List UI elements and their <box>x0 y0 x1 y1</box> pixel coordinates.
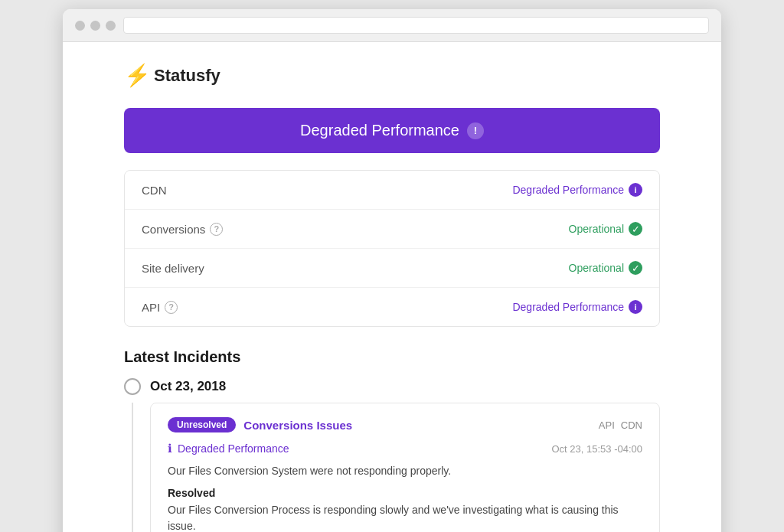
timeline-line <box>124 403 141 532</box>
timeline-area: Unresolved Conversions Issues API CDN ℹ … <box>124 403 660 532</box>
service-status-conversions: Operational ✓ <box>569 222 642 236</box>
incident-meta-left: ℹ Degraded Performance <box>168 442 289 455</box>
service-name-conversions: Conversions ? <box>142 223 223 236</box>
unresolved-badge: Unresolved <box>168 417 236 432</box>
incident-header: Unresolved Conversions Issues API CDN <box>168 417 642 432</box>
traffic-light-minimize <box>90 21 100 31</box>
traffic-lights <box>75 21 116 31</box>
browser-chrome <box>63 9 721 42</box>
incident-resolved-text: Our Files Conversion Process is respondi… <box>168 502 642 532</box>
degraded-icon-cdn: i <box>629 183 642 197</box>
incident-title[interactable]: Conversions Issues <box>243 419 352 432</box>
logo-text: Statusfy <box>154 66 220 86</box>
logo-area: ⚡ Statusfy <box>124 65 660 86</box>
service-status-site-delivery: Operational ✓ <box>569 261 642 275</box>
service-row: Conversions ? Operational ✓ <box>125 210 659 249</box>
service-name-cdn: CDN <box>142 184 167 197</box>
service-row: Site delivery Operational ✓ <box>125 249 659 288</box>
logo-icon: ⚡ <box>124 65 151 86</box>
operational-icon-conversions: ✓ <box>629 222 642 236</box>
banner-info-icon: ! <box>467 122 484 139</box>
services-card: CDN Degraded Performance i Conversions ?… <box>124 170 660 327</box>
help-icon-api: ? <box>165 301 178 314</box>
incident-tags: API CDN <box>599 419 642 431</box>
status-banner-text: Degraded Performance <box>300 122 459 139</box>
incident-tag-cdn: CDN <box>621 419 642 431</box>
incident-resolved-label: Resolved <box>168 487 642 499</box>
date-circle <box>124 378 141 395</box>
incident-tag-api: API <box>599 419 615 431</box>
incident-body: Our Files Conversion System were not res… <box>168 463 642 479</box>
incident-timestamp: Oct 23, 15:53 -04:00 <box>551 443 642 455</box>
traffic-light-maximize <box>106 21 116 31</box>
operational-icon-site-delivery: ✓ <box>629 261 642 275</box>
browser-window: ⚡ Statusfy Degraded Performance ! CDN De… <box>63 9 721 532</box>
timeline-line-inner <box>132 403 133 532</box>
incident-status-icon: ℹ <box>168 442 172 455</box>
service-status-api: Degraded Performance i <box>512 300 642 314</box>
incidents-section: Latest Incidents Oct 23, 2018 Unresolved… <box>124 348 660 532</box>
degraded-icon-api: i <box>629 300 642 314</box>
service-status-cdn: Degraded Performance i <box>512 183 642 197</box>
incidents-title: Latest Incidents <box>124 348 660 366</box>
service-row: API ? Degraded Performance i <box>125 288 659 326</box>
service-name-site-delivery: Site delivery <box>142 262 204 275</box>
date-label: Oct 23, 2018 <box>150 379 226 394</box>
service-name-api: API ? <box>142 301 178 314</box>
incident-status-text: Degraded Performance <box>178 442 289 455</box>
traffic-light-close <box>75 21 85 31</box>
incident-meta-row: ℹ Degraded Performance Oct 23, 15:53 -04… <box>168 442 642 455</box>
service-row: CDN Degraded Performance i <box>125 171 659 210</box>
help-icon-conversions: ? <box>210 223 223 236</box>
date-row: Oct 23, 2018 <box>124 378 660 395</box>
incident-card: Unresolved Conversions Issues API CDN ℹ … <box>150 403 660 532</box>
incident-header-left: Unresolved Conversions Issues <box>168 417 352 432</box>
page-content: ⚡ Statusfy Degraded Performance ! CDN De… <box>63 42 721 532</box>
address-bar[interactable] <box>123 17 709 34</box>
status-banner: Degraded Performance ! <box>124 108 660 153</box>
